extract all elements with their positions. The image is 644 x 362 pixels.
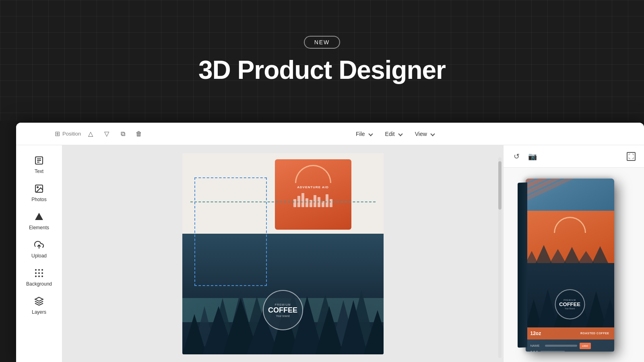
sidebar-item-layers[interactable]: Layers [21,292,57,319]
toolbar: ⊞ Position △ ▽ ⧉ 🗑 File Edit [16,123,644,145]
scrollbar-thumb[interactable] [498,161,502,210]
svg-point-12 [38,272,40,274]
svg-marker-48 [602,299,614,327]
left-sidebar: Text Photos Elements [16,145,62,362]
photos-icon [34,184,44,195]
edit-label: Edit [385,131,395,137]
sidebar-photos-label: Photos [31,197,46,202]
sidebar-item-text[interactable]: Text [21,152,57,178]
trash-icon: 🗑 [136,130,142,138]
sidebar-item-background[interactable]: Background [21,264,57,291]
move-up-icon: △ [88,130,93,138]
bag-name-field: NAME [530,344,543,348]
svg-point-15 [38,276,40,277]
bag-side-panel [518,182,527,348]
upload-icon [34,240,44,251]
canvas-premium-text: PREMIUM [275,303,291,306]
right-panel-toolbar: ↺ 📷 ⛶ [504,145,644,168]
bag-name-line [545,345,577,347]
svg-marker-39 [550,249,566,263]
bag-roast-text: ROASTED COFFEE [580,332,609,335]
position-group: ⊞ Position [55,130,81,138]
bag-coffee-text: COFFEE [559,301,580,307]
edit-chevron-icon [398,132,402,136]
move-up-button[interactable]: △ [84,128,97,140]
sidebar-layers-label: Layers [32,309,46,315]
move-down-icon: ▽ [104,130,109,138]
move-down-button[interactable]: ▽ [100,128,113,140]
svg-point-9 [38,269,40,271]
svg-marker-40 [564,247,580,263]
elements-icon [34,212,44,223]
canvas-brand-text: Your brand [276,315,290,317]
background-icon [34,268,44,280]
svg-marker-41 [578,251,594,263]
svg-point-13 [41,272,43,274]
3d-preview-area: PREMIUM COFFEE Your Brand 12oz ROASTED C… [504,168,644,362]
position-label-text: Position [62,131,81,137]
view-label: View [415,131,427,137]
svg-marker-6 [35,213,43,220]
sidebar-item-elements[interactable]: Elements [21,208,57,234]
file-menu-button[interactable]: File [350,128,378,140]
bag-coffee-badge: PREMIUM COFFEE Your Brand [555,289,585,319]
bag-bottom-label: 12oz ROASTED COFFEE [526,327,614,339]
main-area: Text Photos Elements [16,145,644,362]
view-chevron-icon [430,132,435,136]
toolbar-right: File Edit View [342,128,638,140]
text-icon [34,156,44,167]
camera-button[interactable]: 📷 [526,150,539,163]
svg-point-11 [35,272,37,274]
refresh-icon: ↺ [514,152,520,161]
svg-point-10 [41,269,43,271]
svg-marker-17 [35,297,43,301]
duplicate-icon: ⧉ [121,130,125,138]
sidebar-upload-label: Upload [31,253,47,259]
svg-marker-47 [586,291,606,327]
bag-brand-text: Your Brand [565,307,575,310]
svg-marker-44 [538,289,558,327]
bag-weight-text: 12oz [530,331,541,336]
selection-box [194,177,267,286]
bag-info-row-1: NAME LOGO [530,343,609,349]
file-chevron-icon [368,132,373,136]
hero-title: 3D Product Designer [198,55,446,85]
bag-logo-text: LOGO [582,345,588,347]
camera-icon: 📷 [528,152,537,161]
bag-dots-row [530,351,609,352]
svg-point-14 [35,276,37,277]
canvas-surface: ADVENTURE AID [182,153,384,354]
new-badge: NEW [304,36,341,49]
bag-info-section: NAME LOGO [526,339,614,352]
svg-marker-38 [536,245,552,263]
svg-point-16 [41,276,43,277]
svg-point-8 [35,269,37,271]
refresh-button[interactable]: ↺ [510,150,523,163]
canvas-area[interactable]: ADVENTURE AID [62,145,503,362]
edit-menu-button[interactable]: Edit [380,128,408,140]
panel-icons: ↺ 📷 [510,150,539,163]
scrollbar-track[interactable] [498,157,502,358]
view-menu-button[interactable]: View [409,128,440,140]
bag-logo-box: LOGO [580,343,591,349]
coffee-bag-3d: PREMIUM COFFEE Your Brand 12oz ROASTED C… [518,179,630,352]
duplicate-button[interactable]: ⧉ [116,128,129,140]
sidebar-elements-label: Elements [29,225,49,230]
svg-marker-42 [592,246,608,263]
layers-icon [34,296,44,308]
sidebar-item-upload[interactable]: Upload [21,236,57,263]
app-window: ⊞ Position △ ▽ ⧉ 🗑 File Edit [16,123,644,362]
canvas-coffee-badge: PREMIUM COFFEE Your brand [263,290,303,330]
bag-small-trees-svg [526,239,614,263]
stack-icon: ⊞ [55,130,60,138]
sidebar-item-photos[interactable]: Photos [21,180,57,206]
sidebar-background-label: Background [26,281,52,287]
sidebar-text-label: Text [35,169,43,174]
hero-section: NEW 3D Product Designer [0,0,644,121]
toolbar-left: ⊞ Position △ ▽ ⧉ 🗑 [23,128,342,140]
fullscreen-button[interactable]: ⛶ [625,150,638,163]
svg-point-5 [37,187,38,188]
file-label: File [356,131,365,137]
svg-marker-37 [526,251,538,263]
delete-button[interactable]: 🗑 [132,128,145,140]
